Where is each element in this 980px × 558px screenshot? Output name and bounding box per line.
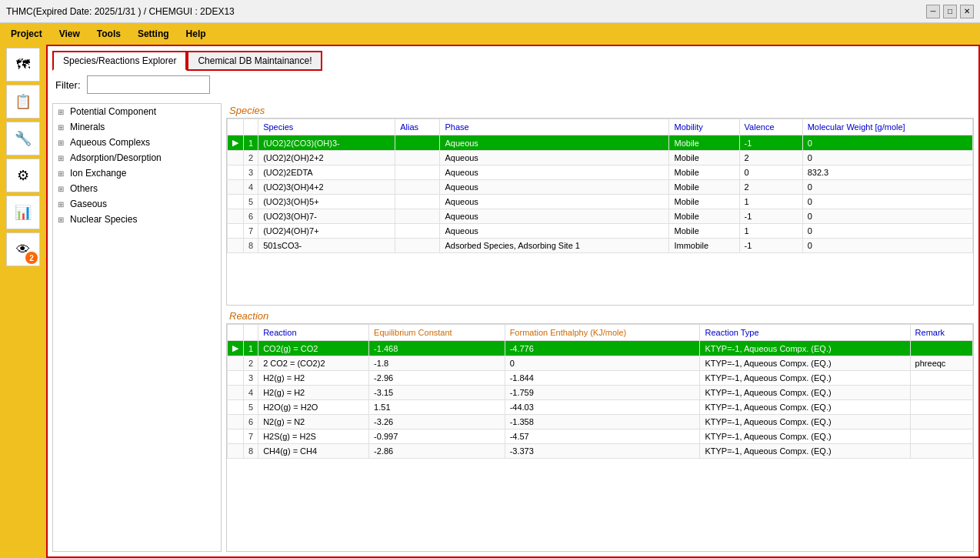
species-row[interactable]: 8 501sCO3- Adsorbed Species, Adsorbing S…	[228, 239, 973, 253]
maximize-button[interactable]: □	[943, 5, 957, 18]
row-remark	[910, 371, 972, 386]
row-reaction: N2(g) = N2	[258, 415, 369, 429]
sidebar-map-icon[interactable]: 🗺	[6, 48, 40, 82]
filter-input[interactable]	[87, 75, 210, 94]
reaction-row[interactable]: 8 CH4(g) = CH4 -2.86 -3.373 KTYP=-1, Aqu…	[228, 444, 973, 459]
row-arrow	[228, 224, 244, 239]
window-controls: ─ □ ✕	[926, 5, 974, 18]
row-phase: Aqueous	[440, 195, 669, 209]
reaction-row[interactable]: 4 H2(g) = H2 -3.15 -1.759 KTYP=-1, Aqueo…	[228, 386, 973, 400]
col-mobility: Mobility	[669, 119, 739, 135]
row-num: 7	[244, 429, 258, 444]
reaction-row[interactable]: 5 H2O(g) = H2O 1.51 -44.03 KTYP=-1, Aque…	[228, 400, 973, 415]
species-row[interactable]: 3 (UO2)2EDTA Aqueous Mobile 0 832.3	[228, 165, 973, 180]
row-reaction: H2S(g) = H2S	[258, 429, 369, 444]
minimize-button[interactable]: ─	[926, 5, 940, 18]
row-mobility: Mobile	[669, 165, 739, 180]
reaction-row[interactable]: 6 N2(g) = N2 -3.26 -1.358 KTYP=-1, Aqueo…	[228, 415, 973, 429]
row-phase: Aqueous	[440, 135, 669, 151]
species-row[interactable]: ▶ 1 (UO2)2(CO3)(OH)3- Aqueous Mobile -1 …	[228, 135, 973, 151]
reaction-table: Reaction Equilibrium Constant Formation …	[227, 324, 973, 459]
col-species: Species	[258, 119, 395, 135]
row-num: 2	[244, 356, 258, 371]
expand-icon: ⊞	[58, 200, 67, 209]
reaction-table-container[interactable]: Reaction Equilibrium Constant Formation …	[226, 323, 974, 552]
tree-item-minerals[interactable]: ⊞ Minerals	[53, 119, 221, 135]
row-type: KTYP=-1, Aqueous Compx. (EQ.)	[700, 356, 910, 371]
tree-item-others[interactable]: ⊞ Others	[53, 181, 221, 196]
row-num: 8	[244, 239, 258, 253]
row-mobility: Mobile	[669, 195, 739, 209]
expand-icon: ⊞	[58, 169, 67, 178]
row-weight: 0	[802, 195, 972, 209]
row-arrow	[228, 415, 244, 429]
species-row[interactable]: 6 (UO2)3(OH)7- Aqueous Mobile -1 0	[228, 209, 973, 224]
species-table-container[interactable]: Species Alias Phase Mobility Valence Mol…	[226, 118, 974, 306]
row-weight: 0	[802, 151, 972, 165]
row-num: 1	[244, 135, 258, 151]
row-alias	[395, 151, 440, 165]
row-type: KTYP=-1, Aqueous Compx. (EQ.)	[700, 386, 910, 400]
tree-item-aqueous[interactable]: ⊞ Aqueous Complexs	[53, 135, 221, 150]
row-alias	[395, 180, 440, 195]
sidebar-clipboard-icon[interactable]: 📋	[6, 85, 40, 119]
rcol-num	[244, 325, 258, 341]
sidebar-badge-2: 2	[25, 252, 38, 264]
row-remark	[910, 444, 972, 459]
row-eq: -2.96	[369, 371, 505, 386]
row-mobility: Mobile	[669, 180, 739, 195]
row-type: KTYP=-1, Aqueous Compx. (EQ.)	[700, 371, 910, 386]
sidebar: 🗺 📋 🔧 ⚙ 📊 👁 2	[0, 45, 46, 558]
row-species: (UO2)3(OH)4+2	[258, 180, 395, 195]
species-row[interactable]: 4 (UO2)3(OH)4+2 Aqueous Mobile 2 0	[228, 180, 973, 195]
menu-view[interactable]: View	[52, 25, 88, 42]
tree-label-nuclear: Nuclear Species	[70, 214, 137, 225]
row-reaction: CO2(g) = CO2	[258, 341, 369, 356]
menu-help[interactable]: Help	[178, 25, 214, 42]
sidebar-tools-icon[interactable]: 🔧	[6, 122, 40, 155]
row-mobility: Mobile	[669, 151, 739, 165]
reaction-row[interactable]: 2 2 CO2 = (CO2)2 -1.8 0 KTYP=-1, Aqueous…	[228, 356, 973, 371]
col-phase: Phase	[440, 119, 669, 135]
tree-label-ion-exchange: Ion Exchange	[70, 168, 126, 179]
row-type: KTYP=-1, Aqueous Compx. (EQ.)	[700, 400, 910, 415]
species-row[interactable]: 2 (UO2)2(OH)2+2 Aqueous Mobile 2 0	[228, 151, 973, 165]
row-enthalphy: -3.373	[505, 444, 700, 459]
expand-icon: ⊞	[58, 123, 67, 132]
menu-tools[interactable]: Tools	[89, 25, 128, 42]
close-button[interactable]: ✕	[960, 5, 974, 18]
row-eq: 1.51	[369, 400, 505, 415]
tree-label-adsorption: Adsorption/Desorption	[70, 152, 162, 163]
reaction-row[interactable]: ▶ 1 CO2(g) = CO2 -1.468 -4.776 KTYP=-1, …	[228, 341, 973, 356]
tabs-bar: Species/Reactions Explorer Chemical DB M…	[48, 46, 978, 71]
row-species: (UO2)2(CO3)(OH)3-	[258, 135, 395, 151]
species-row[interactable]: 5 (UO2)3(OH)5+ Aqueous Mobile 1 0	[228, 195, 973, 209]
reaction-row[interactable]: 7 H2S(g) = H2S -0.997 -4.57 KTYP=-1, Aqu…	[228, 429, 973, 444]
tree-item-nuclear[interactable]: ⊞ Nuclear Species	[53, 212, 221, 227]
tree-item-adsorption[interactable]: ⊞ Adsorption/Desorption	[53, 150, 221, 165]
sidebar-chart-icon[interactable]: 📊	[6, 195, 40, 229]
row-species: (UO2)3(OH)7-	[258, 209, 395, 224]
row-type: KTYP=-1, Aqueous Compx. (EQ.)	[700, 429, 910, 444]
sidebar-view-icon[interactable]: 👁 2	[6, 232, 40, 266]
menu-project[interactable]: Project	[3, 25, 50, 42]
row-arrow	[228, 444, 244, 459]
reaction-row[interactable]: 3 H2(g) = H2 -2.96 -1.844 KTYP=-1, Aqueo…	[228, 371, 973, 386]
row-num: 4	[244, 180, 258, 195]
tree-item-ion-exchange[interactable]: ⊞ Ion Exchange	[53, 165, 221, 181]
menu-setting[interactable]: Setting	[130, 25, 177, 42]
tree-item-gaseous[interactable]: ⊞ Gaseous	[53, 196, 221, 212]
tree-item-potential[interactable]: ⊞ Potential Component	[53, 104, 221, 119]
row-enthalphy: -1.844	[505, 371, 700, 386]
row-enthalphy: -1.358	[505, 415, 700, 429]
row-remark: phreeqc	[910, 356, 972, 371]
row-species: (UO2)4(OH)7+	[258, 224, 395, 239]
row-weight: 0	[802, 135, 972, 151]
row-type: KTYP=-1, Aqueous Compx. (EQ.)	[700, 444, 910, 459]
row-remark	[910, 415, 972, 429]
tab-species-reactions[interactable]: Species/Reactions Explorer	[52, 51, 187, 71]
species-row[interactable]: 7 (UO2)4(OH)7+ Aqueous Mobile 1 0	[228, 224, 973, 239]
tab-chemical-db[interactable]: Chemical DB Maintainance!	[187, 51, 322, 71]
row-valence: -1	[739, 209, 802, 224]
sidebar-settings-icon[interactable]: ⚙	[6, 159, 40, 192]
